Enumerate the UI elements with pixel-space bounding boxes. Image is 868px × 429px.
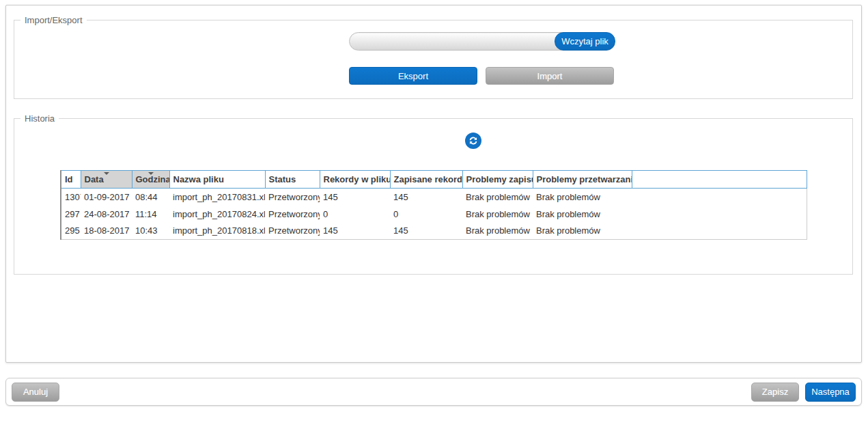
table-cell: 01-09-2017 [81,189,132,206]
table-cell: import_ph_20170824.xlsx [169,206,265,223]
table-cell: Przetworzony [265,223,320,240]
column-header-rekordy-w-pliku[interactable]: Rekordy w pliku [320,171,390,189]
import-export-actions: Eksport Import [349,67,615,85]
load-file-button[interactable]: Wczytaj plik [555,32,615,51]
import-export-legend: Import/Eksport [20,15,87,25]
import-export-section: Import/Eksport Wczytaj plik Eksport Impo… [14,20,853,99]
table-cell: Przetworzony [265,206,320,223]
save-button[interactable]: Zapisz [751,383,799,402]
table-header-row: IdDataGodzinaNazwa plikuStatusRekordy w … [61,171,807,189]
column-header-status[interactable]: Status [265,171,320,189]
footer-bar: Anuluj Zapisz Następna [5,378,862,406]
table-cell: import_ph_20170831.xlsx [169,189,265,206]
column-header-problemy-przetwarzania[interactable]: Problemy przetwarzania [533,171,632,189]
column-header-godzina[interactable]: Godzina [132,171,169,189]
table-cell: 145 [320,189,390,206]
table-cell: 0 [390,206,462,223]
next-button[interactable]: Następna [805,383,856,402]
table-row[interactable]: 29518-08-201710:43import_ph_20170818.xls… [61,223,807,240]
cancel-button[interactable]: Anuluj [12,383,59,402]
table-cell [632,206,807,223]
history-table: IdDataGodzinaNazwa plikuStatusRekordy w … [60,170,807,240]
table-cell: 10:43 [132,223,169,240]
column-header-empty[interactable] [632,171,807,189]
column-header-id[interactable]: Id [61,171,81,189]
table-cell: 145 [390,223,462,240]
footer-actions: Zapisz Następna [751,383,856,402]
export-button[interactable]: Eksport [349,67,477,85]
import-button[interactable]: Import [486,67,614,85]
table-cell: Przetworzony [265,189,320,206]
table-cell: 295 [61,223,81,240]
refresh-button[interactable] [465,133,481,149]
table-cell: import_ph_20170818.xlsx [169,223,265,240]
table-cell: 1307 [61,189,81,206]
table-cell: Brak problemów [462,223,533,240]
table-cell: 0 [320,206,390,223]
table-cell: 18-08-2017 [81,223,132,240]
table-cell: 11:14 [132,206,169,223]
table-cell: 24-08-2017 [81,206,132,223]
history-section: Historia IdDataGodzinaNazwa plikuStatusR… [14,118,853,275]
table-row[interactable]: 130701-09-201708:44import_ph_20170831.xl… [61,189,807,206]
table-cell: 297 [61,206,81,223]
column-header-problemy-zapisu[interactable]: Problemy zapisu [462,171,533,189]
file-upload-control: Wczytaj plik [349,32,615,51]
table-cell: Brak problemów [533,223,632,240]
table-cell: 145 [390,189,462,206]
refresh-icon [468,136,478,146]
table-cell: Brak problemów [462,206,533,223]
table-cell [632,223,807,240]
table-cell [632,189,807,206]
table-cell: Brak problemów [533,206,632,223]
table-cell: Brak problemów [533,189,632,206]
table-cell: 08:44 [132,189,169,206]
main-panel: Import/Eksport Wczytaj plik Eksport Impo… [5,5,862,363]
column-header-nazwa-pliku[interactable]: Nazwa pliku [169,171,265,189]
table-cell: 145 [320,223,390,240]
column-header-data[interactable]: Data [81,171,132,189]
table-row[interactable]: 29724-08-201711:14import_ph_20170824.xls… [61,206,807,223]
table-cell: Brak problemów [462,189,533,206]
column-header-zapisane-rekordy[interactable]: Zapisane rekordy [390,171,462,189]
history-legend: Historia [20,113,59,124]
